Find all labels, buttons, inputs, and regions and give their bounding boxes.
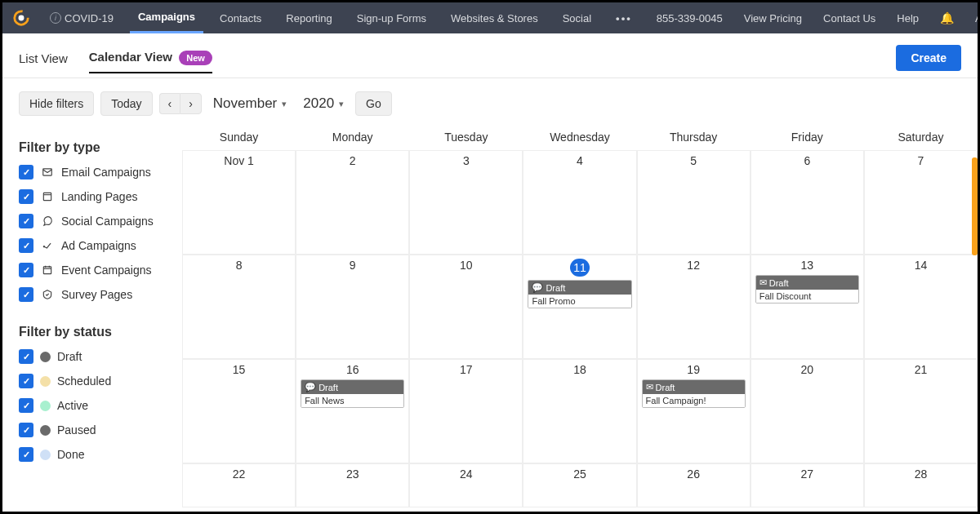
checkbox-icon: ✓ (19, 374, 33, 388)
nav-more[interactable]: ••• (608, 2, 640, 33)
calendar-cell[interactable]: 8 (182, 255, 296, 359)
month-select[interactable]: November▾ (213, 95, 287, 112)
filter-type-social-campaigns[interactable]: ✓Social Campaigns (19, 214, 177, 228)
calendar-event[interactable]: ✉DraftFall Discount (755, 275, 859, 304)
day-number: 10 (413, 259, 519, 272)
go-button[interactable]: Go (355, 91, 392, 116)
filter-type-heading: Filter by type (19, 140, 177, 155)
nav-signup-forms[interactable]: Sign-up Forms (349, 2, 434, 33)
calendar-event[interactable]: 💬DraftFall Promo (528, 280, 631, 308)
day-number: 17 (413, 363, 519, 376)
calendar-cell[interactable]: 24 (409, 463, 523, 507)
calendar-cell[interactable]: 19✉DraftFall Campaign! (637, 359, 751, 463)
filter-status-paused[interactable]: ✓Paused (19, 423, 177, 437)
checkbox-icon: ✓ (19, 214, 33, 228)
new-badge: New (179, 51, 212, 65)
day-number: 13 (755, 259, 860, 272)
filter-label: Done (57, 448, 84, 461)
scroll-indicator[interactable] (972, 157, 978, 255)
year-select[interactable]: 2020▾ (303, 95, 344, 112)
calendar-cell[interactable]: 3 (409, 150, 523, 255)
calendar-cell[interactable]: 15 (182, 359, 296, 463)
day-number: 3 (413, 154, 519, 167)
notifications-icon[interactable]: 🔔 (932, 2, 962, 33)
filter-status-active[interactable]: ✓Active (19, 398, 177, 413)
day-header: Saturday (864, 124, 978, 150)
calendar-view-tab[interactable]: Calendar View New (89, 50, 212, 73)
calendar-cell[interactable]: 23 (296, 463, 409, 507)
calendar-cell[interactable]: 25 (523, 463, 636, 507)
day-header: Tuesday (409, 124, 523, 150)
calendar-cell[interactable]: 7 (864, 150, 978, 255)
day-number: 25 (527, 467, 632, 481)
hide-filters-button[interactable]: Hide filters (19, 91, 94, 116)
survey-icon (40, 289, 55, 300)
calendar-cell[interactable]: 16💬DraftFall News (296, 359, 409, 463)
calendar-cell[interactable]: 22 (182, 463, 296, 507)
next-month-button[interactable]: › (180, 93, 202, 114)
day-header: Monday (296, 124, 409, 150)
nav-reporting[interactable]: Reporting (278, 2, 340, 33)
calendar-cell[interactable]: 17 (409, 359, 523, 463)
day-number: 24 (413, 467, 519, 481)
filter-status-draft[interactable]: ✓Draft (19, 349, 177, 364)
calendar-cell[interactable]: 4 (523, 150, 636, 255)
calendar-cell[interactable]: 12 (637, 255, 751, 359)
nav-websites[interactable]: Websites & Stores (443, 2, 546, 33)
calendar-cell[interactable]: 21 (864, 359, 978, 463)
chat-icon: 💬 (305, 382, 316, 392)
day-number: 8 (186, 259, 292, 272)
list-view-tab[interactable]: List View (19, 51, 68, 65)
calendar-toolbar: Hide filters Today ‹ › November▾ 2020▾ G… (2, 78, 978, 124)
day-number: 22 (186, 467, 292, 481)
calendar-cell[interactable]: 11💬DraftFall Promo (523, 255, 636, 359)
filter-label: Draft (57, 350, 82, 363)
nav-contact-us[interactable]: Contact Us (815, 2, 884, 33)
nav-campaigns[interactable]: Campaigns (130, 2, 203, 33)
calendar-cell[interactable]: 28 (864, 463, 978, 507)
create-button[interactable]: Create (896, 45, 961, 71)
filter-type-survey-pages[interactable]: ✓Survey Pages (19, 287, 177, 302)
calendar-cell[interactable]: Nov 1 (182, 150, 296, 255)
filter-status-done[interactable]: ✓Done (19, 447, 177, 462)
calendar-grid: SundayMondayTuesdayWednesdayThursdayFrid… (182, 124, 978, 507)
calendar-cell[interactable]: 2 (296, 150, 409, 255)
nav-covid[interactable]: iCOVID-19 (42, 2, 122, 33)
ad-icon (40, 240, 55, 251)
calendar-cell[interactable]: 6 (751, 150, 864, 255)
nav-help[interactable]: Help (889, 2, 927, 33)
calendar-cell[interactable]: 13✉DraftFall Discount (751, 255, 864, 359)
calendar-event[interactable]: ✉DraftFall Campaign! (642, 379, 746, 408)
prev-month-button[interactable]: ‹ (159, 93, 180, 114)
filter-type-event-campaigns[interactable]: ✓Event Campaigns (19, 263, 177, 277)
calendar-cell[interactable]: 20 (751, 359, 864, 463)
chat-icon (40, 215, 55, 227)
calendar-cell[interactable]: 18 (523, 359, 636, 463)
calendar-cell[interactable]: 27 (751, 463, 864, 507)
filter-type-ad-campaigns[interactable]: ✓Ad Campaigns (19, 238, 177, 253)
nav-pricing[interactable]: View Pricing (736, 2, 810, 33)
calendar-cell[interactable]: 26 (637, 463, 751, 507)
calendar-event[interactable]: 💬DraftFall News (301, 379, 404, 408)
nav-contacts[interactable]: Contacts (212, 2, 270, 33)
filter-type-landing-pages[interactable]: ✓Landing Pages (19, 189, 177, 204)
day-number: 14 (868, 259, 973, 272)
checkbox-icon: ✓ (19, 189, 33, 204)
calendar-cell[interactable]: 5 (637, 150, 751, 255)
mail-icon: ✉ (760, 277, 767, 288)
nav-social[interactable]: Social (555, 2, 599, 33)
filter-status-scheduled[interactable]: ✓Scheduled (19, 374, 177, 388)
event-icon (40, 264, 55, 276)
filter-type-email-campaigns[interactable]: ✓Email Campaigns (19, 165, 177, 179)
calendar-cell[interactable]: 9 (296, 255, 409, 359)
status-dot (40, 425, 51, 436)
day-number: 11 (527, 259, 632, 277)
day-number: 27 (755, 467, 860, 481)
view-bar: List View Calendar View New Create (2, 33, 978, 78)
app-logo[interactable] (12, 7, 30, 29)
calendar-cell[interactable]: 10 (409, 255, 523, 359)
calendar-cell[interactable]: 14 (864, 255, 978, 359)
nav-phone[interactable]: 855-339-0045 (648, 2, 731, 33)
nav-user[interactable]: Anna (967, 2, 980, 33)
today-button[interactable]: Today (100, 91, 152, 116)
